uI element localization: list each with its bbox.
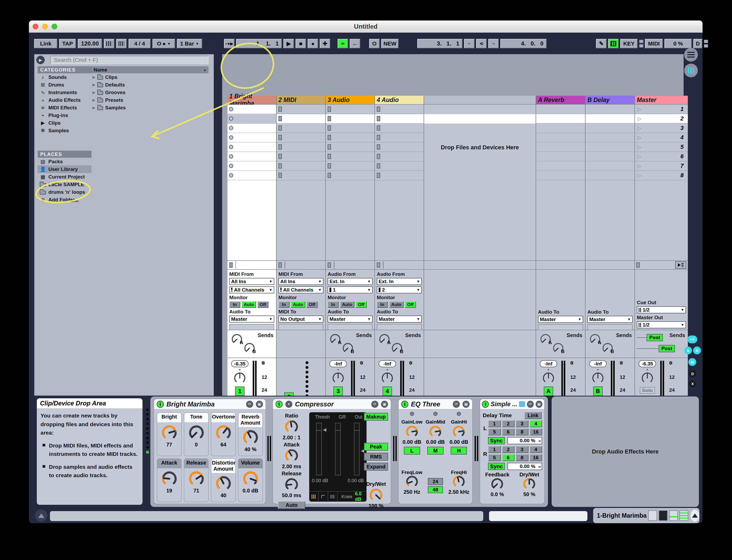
return-header[interactable]: B Delay xyxy=(586,96,634,105)
threshold-handle-icon[interactable]: ◀ xyxy=(323,427,326,432)
clip-stop-button[interactable] xyxy=(278,144,282,150)
clip-slot[interactable] xyxy=(277,171,325,180)
add-folder-button[interactable]: ⊕Add Folder... xyxy=(38,196,91,203)
clip-stop-button[interactable] xyxy=(229,116,233,121)
return-slot[interactable] xyxy=(536,105,585,114)
delay-beat-button[interactable]: 4 xyxy=(530,446,542,453)
scene-play-icon[interactable]: ▷ xyxy=(638,144,642,150)
save-preset-icon[interactable]: ▣ xyxy=(381,401,388,408)
delay-beat-button[interactable]: 1 xyxy=(488,446,501,453)
scene-play-icon[interactable]: ▷ xyxy=(638,154,642,160)
clip-stop-button[interactable] xyxy=(377,125,380,131)
scene-row[interactable]: ▷7 xyxy=(635,161,688,171)
pan-knob[interactable] xyxy=(332,372,344,384)
track-header[interactable]: 3 Audio xyxy=(326,96,374,105)
input-channel-chooser[interactable]: 1▼ xyxy=(328,286,373,293)
clip-stop-button[interactable] xyxy=(278,154,282,159)
sidebar-item-drums[interactable]: ⊞Drums xyxy=(38,81,91,89)
monitor-in-button[interactable]: In xyxy=(229,301,240,308)
send-a-post-toggle[interactable]: Post xyxy=(647,334,663,341)
monitor-off-button[interactable]: Off xyxy=(405,301,416,308)
output-value[interactable]: 0.00 dB xyxy=(348,478,364,483)
scene-number[interactable]: 1 xyxy=(680,106,684,113)
activity-view-button[interactable] xyxy=(309,492,319,502)
device-header[interactable]: Bright Marimba ⟳ ▣ xyxy=(154,399,266,410)
clip-stop-button[interactable] xyxy=(328,154,331,159)
device-header[interactable]: ▼ Compressor ⟳ ▣ xyxy=(273,399,391,410)
punch-in-button[interactable]: ⌐ xyxy=(464,39,475,48)
send-b-post-toggle[interactable]: Post xyxy=(659,345,675,352)
clip-stop-button[interactable] xyxy=(278,163,282,169)
return-slot[interactable] xyxy=(586,161,634,171)
device-header[interactable]: Simple ... ⟳ ▣ xyxy=(480,399,544,410)
return-slot[interactable] xyxy=(536,114,585,124)
track-activate-button[interactable]: 4 xyxy=(383,386,392,396)
clip-stop-button[interactable] xyxy=(377,144,380,150)
clip-slot[interactable] xyxy=(227,124,276,133)
output-type-chooser[interactable]: Master▼ xyxy=(377,315,422,323)
drywet-knob[interactable] xyxy=(369,488,383,502)
freq-low-knob[interactable] xyxy=(406,475,418,488)
clip-slot[interactable] xyxy=(227,152,276,161)
pan-knob[interactable] xyxy=(381,372,394,384)
sidebar-item-midi-effects[interactable]: ≑MIDI Effects xyxy=(38,104,91,111)
scene-number[interactable]: 5 xyxy=(680,144,684,150)
return-header[interactable]: A Reverb xyxy=(536,96,585,105)
monitor-auto-button[interactable]: Auto xyxy=(389,301,404,308)
clip-stop-button[interactable] xyxy=(377,173,380,178)
clip-slot[interactable] xyxy=(375,105,424,114)
delay-beat-button[interactable]: 8 xyxy=(516,428,528,435)
transfer-curve-button[interactable] xyxy=(319,492,328,502)
gain-hi-knob[interactable] xyxy=(453,425,465,438)
return-slot[interactable] xyxy=(586,133,634,142)
punch-in-position-display[interactable]: 3. 1. 1 xyxy=(417,39,462,48)
scene-row[interactable]: ▷3 xyxy=(635,124,688,133)
return-slot[interactable] xyxy=(536,142,585,152)
tap-tempo-button[interactable]: TAP xyxy=(59,39,76,48)
clip-slot[interactable] xyxy=(326,105,374,114)
clip-slot[interactable] xyxy=(375,124,424,133)
show-device-view-button[interactable] xyxy=(690,510,699,522)
return-slot[interactable] xyxy=(536,161,585,171)
save-preset-icon[interactable]: ▣ xyxy=(462,401,470,408)
device-fold-icon[interactable]: ▼ xyxy=(285,401,292,408)
volume-display[interactable]: -Inf xyxy=(329,360,347,367)
clip-slot[interactable] xyxy=(227,133,276,142)
clip-stop-button[interactable] xyxy=(328,144,331,150)
stop-button[interactable]: ■ xyxy=(296,39,306,48)
delay-beat-button[interactable]: 1 xyxy=(488,420,501,427)
stop-clips-button[interactable] xyxy=(377,262,380,268)
threshold-meter[interactable] xyxy=(316,423,322,475)
clip-slot[interactable] xyxy=(326,152,374,161)
loop-length-display[interactable]: 4. 0. 0 xyxy=(500,39,547,48)
sort-arrow-icon[interactable]: ▲ xyxy=(203,68,206,72)
sidebar-item-drums-n-loops[interactable]: drums 'n' loops xyxy=(38,188,91,196)
clip-slot[interactable] xyxy=(277,124,325,133)
sidebar-item-instruments[interactable]: ∿Instruments xyxy=(38,89,91,96)
nudge-down-button[interactable] xyxy=(104,39,114,48)
clip-slot[interactable] xyxy=(375,142,424,152)
clip-slot[interactable] xyxy=(326,114,374,124)
gain-mid-knob[interactable] xyxy=(429,425,442,438)
clip-slot[interactable] xyxy=(277,133,325,142)
automation-arm-button[interactable]: ✚ xyxy=(320,39,330,48)
clip-stop-button[interactable] xyxy=(278,116,282,121)
sidebar-item-sounds[interactable]: ♪Sounds xyxy=(38,73,91,81)
output-type-chooser[interactable]: Master▼ xyxy=(587,316,633,323)
input-type-chooser[interactable]: All Ins▼ xyxy=(278,278,323,285)
monitor-off-button[interactable]: Off xyxy=(307,301,318,308)
solo-cue-button[interactable]: Solo xyxy=(640,387,655,394)
link-channels-button[interactable]: Link xyxy=(524,412,542,419)
input-channel-chooser[interactable]: 2▼ xyxy=(377,286,422,293)
device-power-button[interactable] xyxy=(276,401,283,408)
output-meter[interactable] xyxy=(354,423,360,475)
show-crossfader-toggle[interactable]: X xyxy=(689,380,696,388)
device-chain[interactable]: Bright Marimba ⟳ ▣ Bright77 Tone0 Overto… xyxy=(150,396,548,507)
sidebar-item-packs[interactable]: ▤Packs xyxy=(38,158,91,165)
clip-stop-button[interactable] xyxy=(278,135,282,140)
browser-folder-defaults[interactable]: ▶Defaults xyxy=(91,81,209,89)
browser-folder-presets[interactable]: ▶Presets xyxy=(91,96,209,104)
stop-clips-button[interactable] xyxy=(229,262,233,268)
arrangement-position-display[interactable]: 1. 1. 1 xyxy=(236,39,282,48)
scene-number[interactable]: 7 xyxy=(680,162,684,169)
